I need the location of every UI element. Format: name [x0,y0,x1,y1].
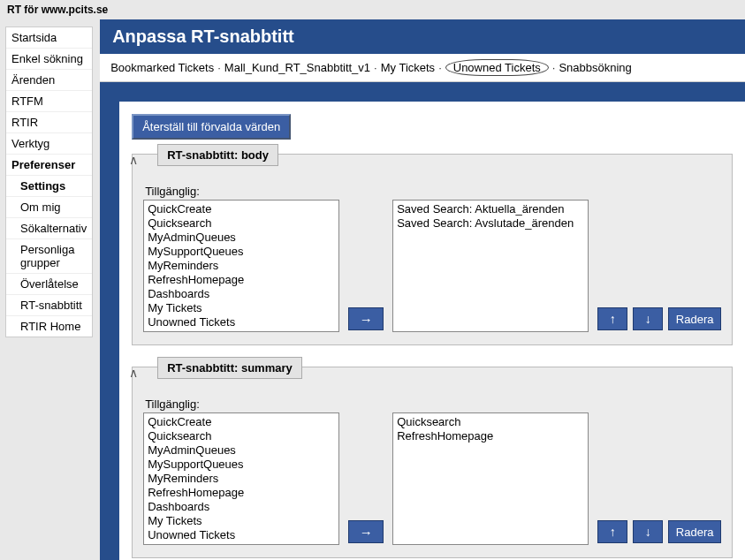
list-item[interactable]: RefreshHomepage [395,429,586,443]
app-title: RT för www.pcits.se [7,4,108,16]
page-header: Anpassa RT-snabbtitt [100,19,745,54]
collapse-icon[interactable]: ∧ [129,153,138,167]
sidebar-item-8[interactable]: Om mig [6,197,92,218]
breadcrumb-link-4[interactable]: Snabbsökning [559,61,631,74]
move-up-button[interactable]: ↑ [597,520,627,543]
collapse-icon[interactable]: ∧ [129,366,138,380]
list-item[interactable]: Unowned Tickets [146,315,337,329]
breadcrumb-sep: · [438,61,442,74]
sidebar-item-1[interactable]: Enkel sökning [6,49,92,70]
list-item[interactable]: RefreshHomepage [146,273,337,287]
sidebar-item-4[interactable]: RTIR [6,112,92,133]
breadcrumb-sep: · [217,61,221,74]
move-down-button[interactable]: ↓ [633,520,663,543]
delete-button[interactable]: Radera [668,307,721,330]
sidebar-item-7[interactable]: Settings [6,176,92,197]
list-item[interactable]: QuickCreate [146,202,337,216]
list-item[interactable]: Saved Search: Aktuella_ärenden [395,202,586,216]
list-item[interactable]: QuickCreate [146,415,337,429]
move-up-button[interactable]: ↑ [597,307,627,330]
sidebar-item-10[interactable]: Personliga grupper [6,239,92,274]
list-item[interactable]: Quicksearch [146,216,337,231]
sidebar: StartsidaEnkel sökningÄrendenRTFMRTIRVer… [5,26,93,337]
list-item[interactable]: My Tickets [146,301,337,315]
list-item[interactable]: Bookmarked Tickets [146,329,337,332]
panel-columns: QuickCreateQuicksearchMyAdminQueuesMySup… [143,412,721,545]
list-item[interactable]: MySupportQueues [146,245,337,259]
list-item[interactable]: Unowned Tickets [146,528,337,542]
list-item[interactable]: Saved Search: Avslutade_ärenden [395,216,586,231]
panel-columns: QuickCreateQuicksearchMyAdminQueuesMySup… [143,200,721,332]
panel-title: RT-snabbtitt: body [157,144,278,166]
list-item[interactable]: MyReminders [146,259,337,273]
available-listbox[interactable]: QuickCreateQuicksearchMyAdminQueuesMySup… [143,412,339,545]
move-down-button[interactable]: ↓ [633,307,663,330]
delete-button[interactable]: Radera [668,520,721,543]
breadcrumb-link-0[interactable]: Bookmarked Tickets [110,61,214,74]
reset-button[interactable]: Återställ till förvalda värden [132,114,291,140]
sidebar-item-12[interactable]: RT-snabbtitt [6,295,92,316]
breadcrumb-link-1[interactable]: Mall_Kund_RT_Snabbtitt_v1 [224,61,370,74]
sidebar-item-13[interactable]: RTIR Home [6,316,92,337]
panel-0: ∧RT-snabbtitt: bodyTillgänglig:QuickCrea… [132,154,733,345]
breadcrumb-sep: · [552,61,556,74]
list-item[interactable]: MySupportQueues [146,458,337,472]
list-item[interactable]: RefreshHomepage [146,486,337,500]
list-item[interactable]: Bookmarked Tickets [146,542,337,545]
list-item[interactable]: Quicksearch [395,415,586,429]
sidebar-item-0[interactable]: Startsida [6,27,92,49]
available-label: Tillgänglig: [145,185,721,198]
sidebar-item-3[interactable]: RTFM [6,91,92,112]
list-item[interactable]: Quicksearch [146,429,337,443]
page-title: Anpassa RT-snabbtitt [112,26,294,46]
list-item[interactable]: Dashboards [146,287,337,301]
list-item[interactable]: My Tickets [146,514,337,528]
panel-title: RT-snabbtitt: summary [157,357,302,379]
panel-1: ∧RT-snabbtitt: summaryTillgänglig:QuickC… [132,367,733,558]
sidebar-item-9[interactable]: Sökalternativ [6,218,92,239]
sidebar-item-6[interactable]: Preferenser [6,155,92,176]
breadcrumb-sep: · [374,61,377,74]
list-item[interactable]: MyReminders [146,472,337,486]
sidebar-item-2[interactable]: Ärenden [6,70,92,91]
sidebar-item-5[interactable]: Verktyg [6,133,92,155]
list-item[interactable]: Dashboards [146,500,337,514]
list-item[interactable]: MyAdminQueues [146,231,337,245]
available-listbox[interactable]: QuickCreateQuicksearchMyAdminQueuesMySup… [143,200,339,332]
breadcrumb: Bookmarked Tickets·Mall_Kund_RT_Snabbtit… [100,54,745,82]
main: Anpassa RT-snabbtitt Bookmarked Tickets·… [100,19,745,560]
breadcrumb-link-2[interactable]: My Tickets [381,61,435,74]
breadcrumb-link-3[interactable]: Unowned Tickets [445,59,549,76]
available-label: Tillgänglig: [145,397,721,411]
selected-listbox[interactable]: Saved Search: Aktuella_ärendenSaved Sear… [392,200,589,332]
selected-listbox[interactable]: QuicksearchRefreshHomepage [392,412,589,545]
list-item[interactable]: MyAdminQueues [146,443,337,458]
topbar: RT för www.pcits.se [0,0,745,19]
move-right-button[interactable]: → [348,520,384,543]
content-body: Återställ till förvalda värden ∧RT-snabb… [119,102,745,560]
sidebar-item-11[interactable]: Överlåtelse [6,274,92,295]
move-right-button[interactable]: → [348,307,384,330]
content-frame: Återställ till förvalda värden ∧RT-snabb… [100,82,745,560]
